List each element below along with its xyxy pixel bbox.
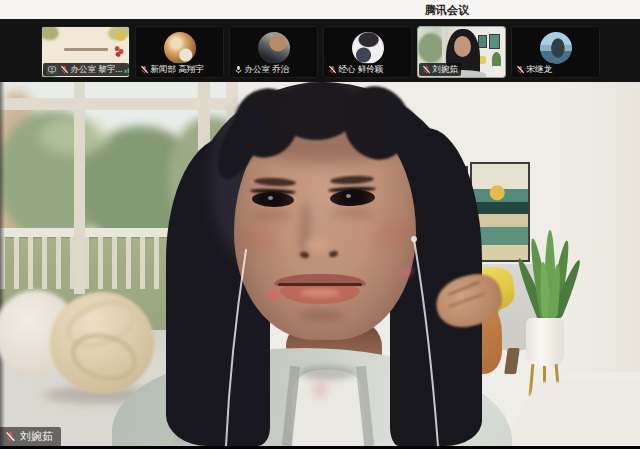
slide-fruit xyxy=(116,31,126,41)
mini-window-frame xyxy=(442,27,445,63)
muted-mic-icon xyxy=(5,431,16,442)
participant-tile-screen-share[interactable]: 办公室 黎宇... xyxy=(41,26,130,78)
muted-mic-icon xyxy=(516,65,525,74)
muted-mic-icon xyxy=(60,65,69,74)
live-mic-icon xyxy=(234,65,243,74)
screen-share-icon xyxy=(46,65,58,75)
participant-name-bar: 办公室 黎宇... xyxy=(43,63,129,76)
muted-mic-icon xyxy=(140,65,149,74)
main-speaker-name: 刘婉茹 xyxy=(20,429,53,444)
participant-name-bar: 宋继龙 xyxy=(513,63,556,76)
participant-tile-gaoxiangyu[interactable]: 新闻部 高翔宇 xyxy=(135,26,224,78)
mini-painting xyxy=(489,34,500,49)
slide-berries xyxy=(114,45,124,57)
participant-tile-liuwanru[interactable]: 刘婉茹 xyxy=(417,26,506,78)
participant-name: 经心 鲜伶颖 xyxy=(339,64,384,76)
mini-face xyxy=(454,36,471,57)
mini-plant-pot xyxy=(493,66,500,73)
speaker-bangs xyxy=(226,82,426,178)
cheek-blush xyxy=(240,224,276,254)
network-signal-icon xyxy=(124,65,128,74)
participant-tile-songjilong[interactable]: 宋继龙 xyxy=(511,26,600,78)
window-title: 腾讯会议 xyxy=(425,3,469,18)
slide-leaf-top-left xyxy=(41,26,61,43)
cheek-blush xyxy=(372,220,410,250)
slide-title-text-line xyxy=(64,48,108,51)
participant-name: 刘婉茹 xyxy=(433,64,459,76)
avatar xyxy=(352,32,384,64)
chin-shadow xyxy=(300,310,344,320)
participant-name-bar: 办公室 乔治 xyxy=(231,63,293,76)
avatar xyxy=(258,32,290,64)
mini-plant xyxy=(492,52,501,67)
avatar xyxy=(164,32,196,64)
main-speaker-name-bar: 刘婉茹 xyxy=(0,427,61,446)
avatar xyxy=(540,32,572,64)
eye-glint xyxy=(268,196,273,200)
participant-name: 办公室 乔治 xyxy=(245,64,290,76)
participant-name: 办公室 黎宇... xyxy=(71,64,123,76)
participant-tile-qiaozhi[interactable]: 办公室 乔治 xyxy=(229,26,318,78)
eye-glint xyxy=(346,194,351,198)
participant-name-bar: 刘婉茹 xyxy=(419,63,462,76)
main-video-canvas[interactable]: 刘婉茹 xyxy=(0,82,640,446)
participant-name-bar: 经心 鲜伶颖 xyxy=(325,63,387,76)
nose-tip-highlight xyxy=(306,238,330,252)
mouth-line xyxy=(278,283,362,286)
mini-trees xyxy=(418,33,444,63)
participant-filmstrip: 办公室 黎宇... 新闻部 高翔宇 办公室 乔治 经心 鲜 xyxy=(0,19,640,82)
muted-mic-icon xyxy=(422,65,431,74)
participant-name: 宋继龙 xyxy=(527,64,553,76)
participant-name: 新闻部 高翔宇 xyxy=(151,64,204,76)
participant-tile-xianlingying[interactable]: 经心 鲜伶颖 xyxy=(323,26,412,78)
meeting-window: 腾讯会议 办公室 黎宇... xyxy=(0,0,640,449)
undereye-shadow xyxy=(252,210,292,220)
title-bar: 腾讯会议 xyxy=(0,0,640,19)
pink-light-glow xyxy=(268,288,280,300)
undereye-shadow xyxy=(330,208,374,218)
muted-mic-icon xyxy=(328,65,337,74)
participant-name-bar: 新闻部 高翔宇 xyxy=(137,63,207,76)
